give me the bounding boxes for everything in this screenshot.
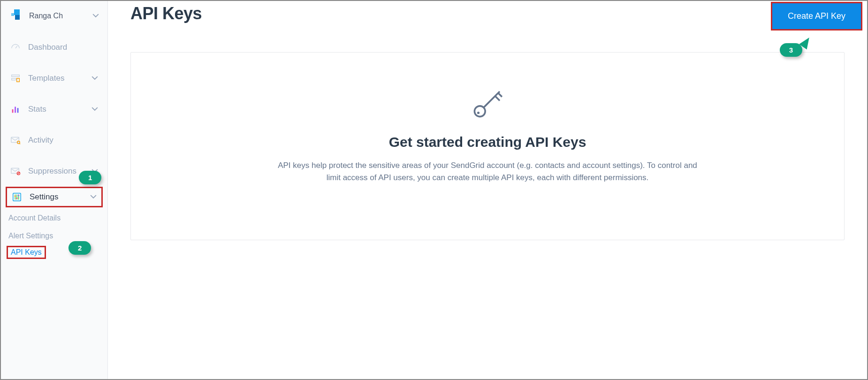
annotation-badge-1: 1 — [79, 171, 101, 184]
user-menu[interactable]: Ranga Ch — [1, 6, 107, 32]
page-title: API Keys — [130, 4, 202, 23]
envelope-search-icon — [10, 135, 21, 145]
sidebar: Ranga Ch Dashboard Templates — [1, 1, 108, 379]
nav: Dashboard Templates Stats — [1, 32, 107, 259]
chevron-down-icon — [90, 195, 97, 199]
create-api-key-button[interactable]: Create API Key — [772, 3, 861, 30]
sub-account-details[interactable]: Account Details — [8, 210, 107, 226]
stats-icon — [10, 104, 21, 114]
svg-rect-5 — [17, 108, 19, 113]
main: API Keys Create API Key 3 Get started cr… — [108, 1, 867, 379]
svg-rect-4 — [15, 107, 16, 113]
svg-point-11 — [15, 196, 16, 197]
svg-point-13 — [18, 195, 19, 196]
envelope-blocked-icon — [10, 166, 21, 176]
nav-label: Activity — [28, 136, 98, 145]
empty-state-card: Get started creating API Keys API keys h… — [130, 52, 845, 240]
user-name: Ranga Ch — [29, 12, 86, 20]
nav-settings[interactable]: Settings — [6, 187, 103, 207]
svg-rect-0 — [12, 75, 20, 77]
svg-point-15 — [477, 112, 480, 114]
gauge-icon — [10, 42, 21, 53]
empty-heading: Get started creating API Keys — [389, 134, 586, 150]
sub-api-keys[interactable]: API Keys — [7, 246, 46, 259]
svg-rect-1 — [12, 78, 16, 80]
nav-label: Stats — [28, 105, 84, 114]
page-header: API Keys Create API Key 3 — [108, 1, 867, 36]
chevron-down-icon — [91, 76, 98, 80]
sub-alert-settings[interactable]: Alert Settings — [8, 228, 107, 244]
empty-body: API keys help protect the sensitive area… — [272, 160, 703, 183]
svg-rect-2 — [17, 78, 20, 82]
brand-logo-icon — [9, 9, 23, 23]
sliders-icon — [12, 192, 22, 202]
nav-label: Settings — [30, 192, 83, 202]
nav-templates[interactable]: Templates — [1, 63, 107, 94]
annotation-badge-2: 2 — [69, 241, 91, 255]
templates-icon — [10, 73, 21, 84]
chevron-down-icon — [91, 107, 98, 111]
nav-label: Dashboard — [28, 43, 98, 52]
svg-point-14 — [474, 106, 485, 117]
annotation-badge-3: 3 — [780, 43, 802, 57]
nav-label: Templates — [28, 74, 84, 83]
chevron-down-icon — [92, 14, 99, 18]
settings-submenu: Account Details Alert Settings 2 API Key… — [1, 207, 107, 259]
nav-dashboard[interactable]: Dashboard — [1, 32, 107, 63]
svg-rect-3 — [12, 109, 14, 113]
nav-label: Suppressions — [28, 167, 84, 176]
key-icon — [469, 85, 506, 122]
nav-stats[interactable]: Stats — [1, 94, 107, 125]
svg-rect-8 — [11, 168, 19, 174]
svg-point-12 — [16, 198, 18, 199]
nav-activity[interactable]: Activity — [1, 125, 107, 156]
